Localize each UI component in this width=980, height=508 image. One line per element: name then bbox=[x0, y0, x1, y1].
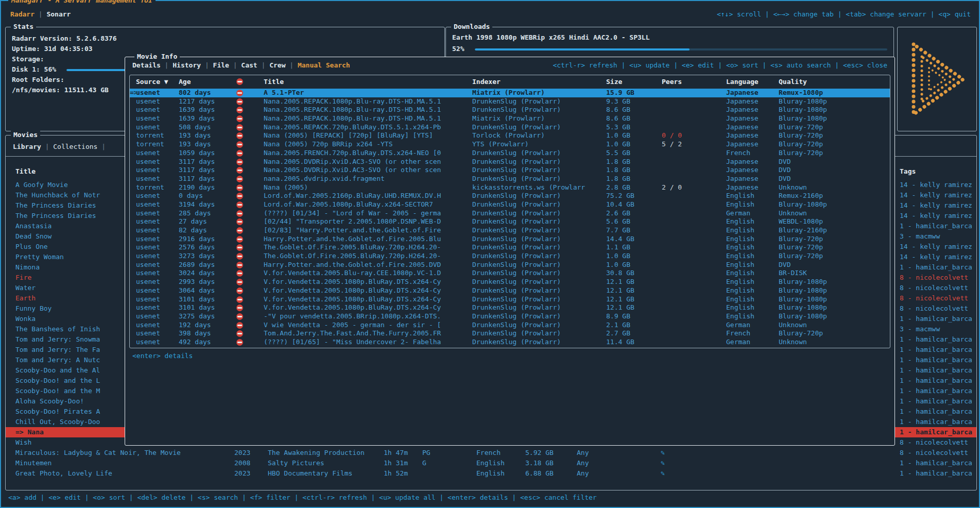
release-row[interactable]: usenet2689 daysHarry.Potter.and.the.Gobl… bbox=[130, 261, 890, 269]
movie-certification: G bbox=[422, 458, 476, 468]
release-row[interactable]: usenet3117 daysNana.2005.DVDRip.XviD.AC3… bbox=[130, 166, 890, 175]
release-indexer: DrunkenSlug (Prowlarr) bbox=[472, 97, 606, 106]
release-age: 192 days bbox=[179, 321, 236, 330]
release-age: 3194 days bbox=[179, 200, 236, 209]
release-row[interactable]: usenet2916 daysHarry.Potter.and.the.Gobl… bbox=[130, 235, 890, 244]
release-row[interactable]: usenet398 daysTom.And.Jerry.The.Fast.And… bbox=[130, 329, 890, 338]
release-age: 3024 days bbox=[179, 269, 236, 278]
release-title: [02/44] "Transporter 2.2005.1080P.DSNP.W… bbox=[264, 217, 472, 226]
row-marker bbox=[130, 192, 136, 200]
tab-crew[interactable]: Crew bbox=[269, 61, 285, 69]
release-row[interactable]: usenet3194 daysLord.of.War.2005.1080p.Bl… bbox=[130, 200, 890, 209]
tab-cast[interactable]: Cast bbox=[241, 61, 257, 69]
release-title: V.for.Vendetta.2005.1080p.BluRay.DTS.x26… bbox=[264, 295, 472, 304]
release-size: 5.6 GB bbox=[606, 217, 662, 226]
release-indexer: Miatrix (Prowlarr) bbox=[472, 89, 606, 97]
col-peers[interactable]: Peers bbox=[662, 75, 726, 89]
tab-separator-end: | bbox=[101, 143, 106, 150]
col-size[interactable]: Size bbox=[606, 75, 662, 89]
movie-title: Great Photo, Lovely Life bbox=[15, 468, 234, 479]
release-peers bbox=[662, 321, 726, 330]
tab-library[interactable]: Library bbox=[13, 143, 41, 150]
tab-sonarr[interactable]: Sonarr bbox=[46, 10, 71, 18]
movie-row[interactable]: Miraculous: Ladybug & Cat Noir, The Movi… bbox=[6, 448, 976, 458]
col-release-title[interactable]: Title bbox=[264, 75, 472, 89]
release-age: 3275 days bbox=[179, 312, 236, 321]
release-quality: BR-DISK bbox=[779, 269, 890, 278]
release-row[interactable]: usenet3273 daysThe.Goblet.Of.Fire.2005.B… bbox=[130, 252, 890, 261]
release-row[interactable]: usenet1217 daysNana.2005.REPACK.1080p.Bl… bbox=[130, 97, 890, 106]
movie-row[interactable]: Minutemen2008Salty Pictures1h 31mGEnglis… bbox=[6, 458, 976, 468]
col-age[interactable]: Age bbox=[179, 75, 236, 89]
row-marker bbox=[130, 183, 136, 192]
release-row[interactable]: usenet0 daysLord.of.War.2005.2160p.BluRa… bbox=[130, 192, 890, 200]
release-source: usenet bbox=[136, 200, 179, 209]
row-marker bbox=[130, 286, 136, 295]
release-row[interactable]: usenet1639 daysNana.2005.REPACK.1080p.Bl… bbox=[130, 106, 890, 114]
tab-file[interactable]: File bbox=[213, 61, 229, 69]
release-row[interactable]: usenet1639 daysNana.2005.REPACK.1080p.Bl… bbox=[130, 114, 890, 123]
release-age: 2190 days bbox=[179, 183, 236, 192]
col-indexer[interactable]: Indexer bbox=[472, 75, 606, 89]
release-row[interactable]: usenet285 days(????) [01/34] - "Lord of … bbox=[130, 209, 890, 218]
release-age: 2576 days bbox=[179, 243, 236, 252]
movie-row[interactable]: Great Photo, Lovely Life2023HBO Document… bbox=[6, 468, 976, 479]
release-source: usenet bbox=[136, 226, 179, 235]
release-size: 2.1 GB bbox=[606, 321, 662, 330]
release-language: English bbox=[726, 200, 779, 209]
release-row[interactable]: usenet192 daysV wie Vendetta - 2005 - ge… bbox=[130, 321, 890, 330]
release-peers bbox=[662, 312, 726, 321]
release-size: 1.8 GB bbox=[606, 158, 662, 166]
release-row[interactable]: usenet1059 daysNana.2005.FRENCH.720p.Blu… bbox=[130, 149, 890, 158]
release-indexer: DrunkenSlug (Prowlarr) bbox=[472, 312, 606, 321]
col-source[interactable]: Source ▼ bbox=[136, 75, 179, 89]
managarr-logo bbox=[905, 39, 969, 120]
release-quality: Bluray-1080p bbox=[779, 312, 890, 321]
release-row[interactable]: usenet27 days[02/44] "Transporter 2.2005… bbox=[130, 217, 890, 226]
tab-collections[interactable]: Collections bbox=[53, 143, 97, 150]
col-language[interactable]: Language bbox=[726, 75, 779, 89]
release-language: German bbox=[726, 209, 779, 218]
row-marker bbox=[130, 97, 136, 106]
release-indexer: kickasstorrents.ws (Prowlarr bbox=[472, 183, 606, 192]
rejection-icon bbox=[236, 184, 243, 191]
release-peers bbox=[662, 114, 726, 123]
release-language: Japanese bbox=[726, 183, 779, 192]
release-row[interactable]: usenet3101 daysV.for.Vendetta.2005.1080p… bbox=[130, 303, 890, 312]
release-row[interactable]: usenet3117 daysnana.2005.dvdrip.xvid.fra… bbox=[130, 175, 890, 183]
release-row[interactable]: torrent193 daysNana (2005) 720p BRRip x2… bbox=[130, 140, 890, 149]
release-row[interactable]: usenet2576 daysThe.Goblet.Of.Fire.2005.B… bbox=[130, 243, 890, 252]
release-row[interactable]: usenet3064 daysV.for.Vendetta.2005.1080p… bbox=[130, 286, 890, 295]
movie-tag: 1 - hamilcar_barca bbox=[900, 376, 976, 386]
release-row[interactable]: usenet3101 daysV.for.Vendetta.2005.1080p… bbox=[130, 295, 890, 304]
release-row[interactable]: torrent193 daysNana (2005) [REPACK] [720… bbox=[130, 131, 890, 140]
tab-history[interactable]: History bbox=[173, 61, 201, 69]
release-row[interactable]: usenet2993 daysV.for.Vendetta.2005.1080p… bbox=[130, 278, 890, 286]
release-peers bbox=[662, 226, 726, 235]
rejection-icon bbox=[236, 304, 243, 311]
release-row[interactable]: usenet508 daysNana.2005.REPACK.720p.BluR… bbox=[130, 123, 890, 132]
row-marker bbox=[130, 303, 136, 312]
tab-details[interactable]: Details bbox=[132, 61, 161, 69]
tab-manual-search[interactable]: Manual Search bbox=[298, 61, 350, 69]
release-row[interactable]: usenet3275 days-"V pour vendetta.2005.BR… bbox=[130, 312, 890, 321]
release-indexer: DrunkenSlug (Prowlarr) bbox=[472, 209, 606, 218]
col-tags[interactable]: Tags bbox=[900, 166, 976, 177]
col-quality[interactable]: Quality bbox=[779, 75, 890, 89]
movie-certification: PG bbox=[422, 448, 476, 458]
rejection-icon bbox=[236, 339, 243, 346]
modal-keybindings: <ctrl-r> refresh | <u> update | <e> edit… bbox=[553, 61, 887, 69]
release-row[interactable]: usenet3117 daysNana.2005.DVDRip.XviD.AC3… bbox=[130, 158, 890, 166]
release-language: English bbox=[726, 243, 779, 252]
release-indexer: DrunkenSlug (Prowlarr) bbox=[472, 158, 606, 166]
movie-tag: 3 - macmww bbox=[900, 231, 976, 242]
release-quality: Bluray-1080p bbox=[779, 114, 890, 123]
release-row[interactable]: torrent2190 daysNana (2005)kickasstorren… bbox=[130, 183, 890, 192]
row-marker bbox=[130, 269, 136, 278]
release-row[interactable]: =>usenet802 daysA 5.1-PTerMiatrix (Prowl… bbox=[130, 89, 890, 97]
tab-radarr[interactable]: Radarr bbox=[10, 10, 35, 18]
release-row[interactable]: usenet3024 daysV.for.Vendetta.2005.Blu-r… bbox=[130, 269, 890, 278]
release-row[interactable]: usenet492 days(????) [01/65] - "Miss Und… bbox=[130, 338, 890, 347]
release-title: Nana.2005.REPACK.720p.BluRay.DTS.5.1.x26… bbox=[264, 123, 472, 132]
release-row[interactable]: usenet82 days[02/83] "Harry.Potter.and.t… bbox=[130, 226, 890, 235]
